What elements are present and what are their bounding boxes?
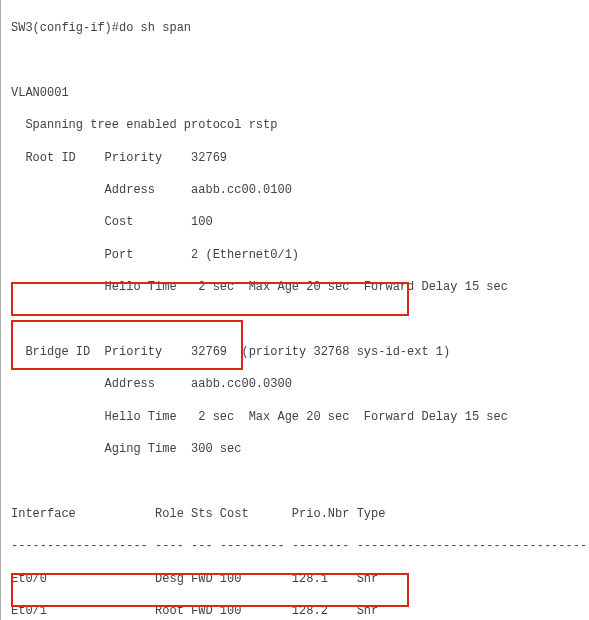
root-address: Address aabb.cc00.0100 bbox=[11, 182, 583, 198]
table-row: Et0/1 Root FWD 100 128.2 Shr bbox=[11, 603, 583, 619]
bridge-hello: Hello Time 2 sec Max Age 20 sec Forward … bbox=[11, 409, 583, 425]
root-port: Port 2 (Ethernet0/1) bbox=[11, 247, 583, 263]
blank-line bbox=[11, 312, 583, 328]
blank-line bbox=[11, 53, 583, 69]
interface-header: Interface Role Sts Cost Prio.Nbr Type bbox=[11, 506, 583, 522]
blank-line bbox=[11, 473, 583, 489]
bridge-address: Address aabb.cc00.0300 bbox=[11, 376, 583, 392]
terminal-output: SW3(config-if)#do sh span VLAN0001 Spann… bbox=[0, 0, 589, 620]
root-cost: Cost 100 bbox=[11, 214, 583, 230]
vlan-id: VLAN0001 bbox=[11, 85, 583, 101]
table-row: Et0/0 Desg FWD 100 128.1 Shr bbox=[11, 571, 583, 587]
divider: ------------------- ---- --- --------- -… bbox=[11, 538, 583, 554]
bridge-priority: Bridge ID Priority 32769 (priority 32768… bbox=[11, 344, 583, 360]
root-hello: Hello Time 2 sec Max Age 20 sec Forward … bbox=[11, 279, 583, 295]
stp-protocol: Spanning tree enabled protocol rstp bbox=[11, 117, 583, 133]
root-priority: Root ID Priority 32769 bbox=[11, 150, 583, 166]
cli-prompt[interactable]: SW3(config-if)#do sh span bbox=[11, 20, 583, 36]
bridge-aging: Aging Time 300 sec bbox=[11, 441, 583, 457]
